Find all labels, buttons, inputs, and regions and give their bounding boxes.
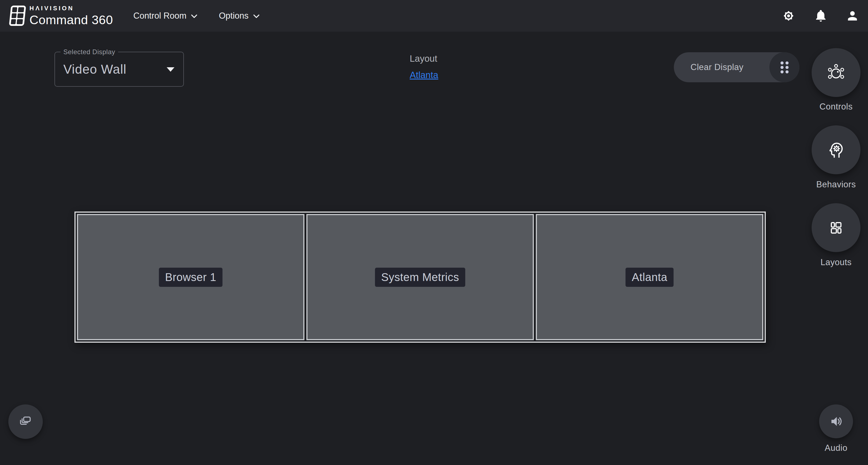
chevron-down-icon bbox=[191, 13, 197, 19]
dropdown-caret-icon bbox=[167, 67, 175, 72]
controls-button[interactable] bbox=[812, 48, 861, 97]
notifications-button[interactable] bbox=[814, 9, 828, 23]
haivision-wordmark: HΛIVISION bbox=[29, 5, 113, 12]
menu-options[interactable]: Options bbox=[219, 0, 260, 32]
psychology-head-gear-icon bbox=[827, 141, 845, 159]
product-name: Command 360 bbox=[29, 13, 113, 27]
wall-panel-2[interactable]: System Metrics bbox=[306, 214, 534, 340]
panel-label-badge: Atlanta bbox=[625, 268, 673, 287]
panel-label-badge: System Metrics bbox=[375, 268, 465, 287]
wall-panel-3[interactable]: Atlanta bbox=[536, 214, 763, 340]
settings-button[interactable] bbox=[782, 9, 795, 23]
audio-button[interactable] bbox=[819, 404, 853, 438]
menu-control-room[interactable]: Control Room bbox=[133, 0, 197, 32]
behaviors-button[interactable] bbox=[812, 125, 861, 174]
account-person-icon bbox=[846, 9, 859, 23]
audio-label: Audio bbox=[801, 443, 868, 453]
topbar: HΛIVISION Command 360 Control Room Optio… bbox=[0, 0, 868, 32]
settings-gear-icon bbox=[782, 9, 795, 23]
controls-satellite-icon bbox=[827, 64, 845, 82]
haivision-logo-icon bbox=[9, 5, 26, 26]
panel-label-badge: Browser 1 bbox=[159, 268, 222, 287]
clear-display-label: Clear Display bbox=[674, 62, 744, 72]
wall-panel-1[interactable]: Browser 1 bbox=[77, 214, 304, 340]
layout-group: Layout Atlanta bbox=[410, 53, 438, 80]
selected-display-value: Video Wall bbox=[63, 52, 126, 86]
dashboard-grid-icon bbox=[828, 219, 845, 236]
video-wall-preview: Browser 1 System Metrics Atlanta bbox=[74, 211, 766, 343]
speaker-icon bbox=[829, 414, 843, 429]
layouts-button[interactable] bbox=[812, 203, 861, 252]
account-button[interactable] bbox=[846, 9, 859, 23]
layouts-label: Layouts bbox=[801, 257, 868, 267]
chevron-down-icon bbox=[253, 13, 260, 19]
menu-control-room-label: Control Room bbox=[133, 11, 186, 21]
layout-link-atlanta[interactable]: Atlanta bbox=[410, 70, 438, 80]
selected-display-select[interactable]: Selected Display Video Wall bbox=[55, 52, 184, 87]
brand: HΛIVISION Command 360 bbox=[29, 5, 113, 27]
notifications-bell-icon bbox=[814, 9, 828, 23]
layers-button[interactable] bbox=[8, 404, 43, 439]
behaviors-label: Behaviors bbox=[801, 179, 868, 190]
drag-dots-icon bbox=[780, 61, 788, 74]
controls-label: Controls bbox=[801, 102, 868, 112]
stacked-layers-icon bbox=[18, 414, 34, 430]
clear-display-button[interactable]: Clear Display bbox=[674, 52, 799, 82]
menu-options-label: Options bbox=[219, 11, 249, 21]
layout-label: Layout bbox=[410, 53, 438, 64]
drag-handle[interactable] bbox=[769, 52, 799, 82]
